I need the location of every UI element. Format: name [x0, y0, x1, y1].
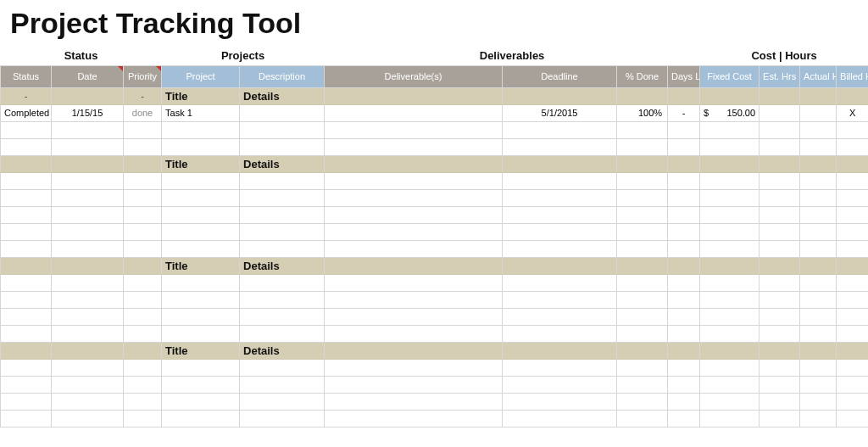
- cell-deadline[interactable]: 5/1/2015: [503, 104, 617, 121]
- tan-details[interactable]: Details: [240, 155, 325, 172]
- table-row: [1, 240, 869, 257]
- table-row: [1, 189, 869, 206]
- table-row: [1, 308, 869, 325]
- section-title-row: Title Details: [1, 342, 869, 359]
- tan-title[interactable]: Title: [162, 87, 240, 104]
- cell-esthrs[interactable]: [760, 104, 800, 121]
- cell-priority[interactable]: done: [124, 104, 162, 121]
- col-billedhrs[interactable]: Billed Hrs: [837, 65, 868, 87]
- group-costhours: Cost | Hours: [700, 49, 868, 62]
- section-title-row: - - Title Details: [1, 87, 869, 104]
- table-row: [1, 121, 869, 138]
- cell-date[interactable]: 1/15/15: [52, 104, 124, 121]
- group-header-row: Status Projects Deliverables Cost | Hour…: [1, 47, 869, 65]
- cell-description[interactable]: [240, 104, 325, 121]
- cost-amount: 150.00: [726, 108, 755, 118]
- tan-details[interactable]: Details: [240, 87, 325, 104]
- cell-project[interactable]: Task 1: [162, 104, 240, 121]
- group-status: Status: [1, 49, 162, 62]
- cell-fixedcost[interactable]: $ 150.00: [700, 104, 760, 121]
- table-row: [1, 138, 869, 155]
- tan-dash-priority: -: [124, 87, 162, 104]
- column-header-row: Status Date Priority Project Description…: [1, 65, 869, 87]
- table-row: [1, 274, 869, 291]
- col-deliverables[interactable]: Deliverable(s): [325, 65, 503, 87]
- cell-status[interactable]: Completed: [1, 104, 52, 121]
- group-deliverables: Deliverables: [325, 49, 700, 62]
- tracking-table: Status Projects Deliverables Cost | Hour…: [0, 47, 868, 427]
- table-row: [1, 325, 869, 342]
- section-title-row: Title Details: [1, 257, 869, 274]
- table-row: [1, 376, 869, 393]
- table-row: [1, 291, 869, 308]
- cell-daysleft[interactable]: -: [668, 104, 700, 121]
- table-row: [1, 172, 869, 189]
- table-row: [1, 223, 869, 240]
- col-status[interactable]: Status: [1, 65, 52, 87]
- col-esthrs[interactable]: Est. Hrs: [760, 65, 800, 87]
- col-priority[interactable]: Priority: [124, 65, 162, 87]
- cell-billedhrs[interactable]: X: [837, 104, 868, 121]
- col-description[interactable]: Description: [240, 65, 325, 87]
- tan-dash-status: -: [1, 87, 52, 104]
- tan-details[interactable]: Details: [240, 342, 325, 359]
- cell-pdone[interactable]: 100%: [617, 104, 668, 121]
- col-project[interactable]: Project: [162, 65, 240, 87]
- col-pdone[interactable]: % Done: [617, 65, 668, 87]
- page-title: Project Tracking Tool: [0, 0, 868, 47]
- tan-title[interactable]: Title: [162, 257, 240, 274]
- group-projects: Projects: [162, 49, 325, 62]
- col-fixedcost[interactable]: Fixed Cost: [700, 65, 760, 87]
- cell-deliverables[interactable]: [325, 104, 503, 121]
- table-row: Completed 1/15/15 done Task 1 5/1/2015 1…: [1, 104, 869, 121]
- col-actualhrs[interactable]: Actual Hrs: [800, 65, 837, 87]
- cell-actualhrs[interactable]: [800, 104, 837, 121]
- tan-details[interactable]: Details: [240, 257, 325, 274]
- section-title-row: Title Details: [1, 155, 869, 172]
- col-date[interactable]: Date: [52, 65, 124, 87]
- table-row: [1, 359, 869, 376]
- tan-title[interactable]: Title: [162, 342, 240, 359]
- table-row: [1, 393, 869, 410]
- table-row: [1, 206, 869, 223]
- tan-title[interactable]: Title: [162, 155, 240, 172]
- table-row: [1, 410, 869, 427]
- col-deadline[interactable]: Deadline: [503, 65, 617, 87]
- col-daysleft[interactable]: Days Left: [668, 65, 700, 87]
- cost-currency: $: [704, 108, 709, 118]
